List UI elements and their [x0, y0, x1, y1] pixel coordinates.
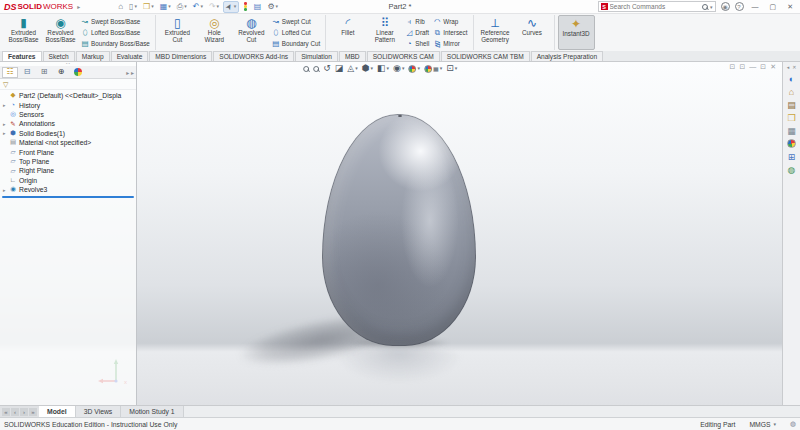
solidworks-forum-icon[interactable]: ◍: [785, 163, 799, 176]
open-button[interactable]: ❒▾: [141, 2, 156, 12]
dropdown-icon[interactable]: ▾: [455, 66, 458, 71]
new-dropdown-icon[interactable]: ▾: [134, 4, 137, 9]
tab-analysis-preparation[interactable]: Analysis Preparation: [531, 51, 603, 61]
wrap-button[interactable]: ◠Wrap: [433, 17, 467, 27]
search-commands-box[interactable]: S ▾: [598, 1, 716, 12]
tree-item-history[interactable]: ▸◔History: [0, 100, 136, 109]
tab-solidworks-add-ins[interactable]: SOLIDWORKS Add-Ins: [213, 51, 294, 61]
rib-button[interactable]: ⫞Rib: [405, 17, 429, 27]
unit-system-selector[interactable]: MMGS ▾: [749, 421, 776, 428]
tab-features[interactable]: Features: [2, 51, 42, 61]
tab-evaluate[interactable]: Evaluate: [111, 51, 149, 61]
tab-mbd[interactable]: MBD: [339, 51, 366, 61]
status-globe-icon[interactable]: ◍: [790, 420, 796, 428]
open-dropdown-icon[interactable]: ▾: [151, 4, 154, 9]
zoom-to-area-button[interactable]: [313, 66, 319, 72]
undo-dropdown-icon[interactable]: ▾: [200, 4, 203, 9]
units-dropdown-icon[interactable]: ▾: [774, 421, 777, 427]
file-properties-button[interactable]: ▤: [252, 2, 264, 12]
tab-3d-views[interactable]: 3D Views: [76, 406, 122, 417]
search-icon[interactable]: [702, 4, 708, 10]
apply-scene-button[interactable]: ▦▾: [424, 65, 442, 73]
tree-item-sensors[interactable]: ◎Sensors: [0, 110, 136, 119]
scroll-last-icon[interactable]: »: [29, 408, 37, 416]
minimize-button[interactable]: —: [749, 3, 762, 10]
maximize-button[interactable]: ▢: [767, 3, 780, 11]
tree-item-front-plane[interactable]: ▱Front Plane: [0, 147, 136, 156]
close-button[interactable]: ✕: [784, 3, 796, 11]
search-input[interactable]: [610, 3, 700, 10]
tab-simulation[interactable]: Simulation: [295, 51, 338, 61]
scroll-next-icon[interactable]: ›: [20, 408, 28, 416]
tree-item-origin[interactable]: ∟Origin: [0, 176, 136, 185]
options-button[interactable]: ⚙▾: [265, 2, 280, 12]
edit-appearance-button[interactable]: ▾: [408, 65, 420, 73]
dropdown-icon[interactable]: ▾: [402, 66, 405, 71]
window-close-icon[interactable]: ✕: [770, 63, 776, 71]
tab-motion-study-1[interactable]: Motion Study 1: [121, 406, 183, 417]
home-button[interactable]: ⌂: [116, 2, 125, 12]
boundary-cut-button[interactable]: ▤Boundary Cut: [272, 39, 321, 49]
new-document-button[interactable]: ▯▾: [127, 2, 139, 12]
linear-pattern-button[interactable]: ⠿ LinearPattern: [366, 15, 403, 50]
solidworks-resources-icon[interactable]: ⌂: [785, 85, 799, 98]
window-restore-icon[interactable]: ⊡: [760, 63, 766, 71]
tab-featuremanager-tree[interactable]: ☷: [2, 67, 18, 78]
tree-item-right-plane[interactable]: ▱Right Plane: [0, 166, 136, 175]
section-view-button[interactable]: ◪: [335, 64, 344, 73]
search-dropdown-icon[interactable]: ▾: [710, 4, 713, 10]
user-account-icon[interactable]: ◉: [721, 2, 730, 11]
tab-configurationmanager[interactable]: ⊞: [36, 67, 52, 78]
tab-markup[interactable]: Markup: [76, 51, 110, 61]
egg-revolve-model[interactable]: [322, 114, 476, 346]
tab-mbd-dimensions[interactable]: MBD Dimensions: [149, 51, 212, 61]
custom-properties-icon[interactable]: ⊞: [785, 150, 799, 163]
lofted-cut-button[interactable]: ⬯Lofted Cut: [272, 28, 321, 38]
menu-expand-icon[interactable]: ▸: [77, 3, 80, 10]
redo-button[interactable]: ↷▾: [207, 2, 221, 12]
3dexperience-icon[interactable]: ◐: [785, 72, 799, 85]
tab-solidworks-cam[interactable]: SOLIDWORKS CAM: [367, 51, 440, 61]
shell-button[interactable]: ◔Shell: [405, 39, 429, 49]
task-pane-collapse-icon[interactable]: ◂: [787, 64, 790, 70]
extruded-boss-base-button[interactable]: ▮ ExtrudedBoss/Base: [5, 15, 42, 50]
tree-item-revolve[interactable]: ▸◉Revolve3: [0, 185, 136, 194]
view-orientation-button[interactable]: ⬢▾: [362, 64, 373, 73]
redo-dropdown-icon[interactable]: ▾: [217, 4, 220, 9]
swept-cut-button[interactable]: ↝Swept Cut: [272, 17, 321, 27]
panel-tabs-overflow-icon[interactable]: ▸ ▸: [126, 69, 134, 76]
draft-button[interactable]: ◿Draft: [405, 28, 429, 38]
tab-propertymanager[interactable]: ⊟: [19, 67, 35, 78]
window-tile-icon[interactable]: ⊡: [739, 63, 745, 71]
undo-button[interactable]: ↶▾: [191, 2, 205, 12]
mirror-button[interactable]: ⧎Mirror: [433, 39, 467, 49]
view-settings-button[interactable]: ⊡▾: [446, 64, 457, 73]
tree-item-material[interactable]: ▤Material <not specified>: [0, 138, 136, 147]
reference-geometry-button[interactable]: ⟂ ReferenceGeometry: [477, 15, 514, 50]
dropdown-icon[interactable]: ▾: [417, 66, 420, 71]
select-button[interactable]: ➤▾: [223, 1, 239, 13]
zoom-to-fit-button[interactable]: [303, 66, 309, 72]
tab-model[interactable]: Model: [39, 406, 76, 417]
tab-displaymanager[interactable]: [70, 67, 86, 78]
save-dropdown-icon[interactable]: ▾: [168, 4, 171, 9]
file-explorer-icon[interactable]: ❒: [785, 111, 799, 124]
lofted-boss-base-button[interactable]: ⬯Lofted Boss/Base: [81, 28, 150, 38]
extruded-cut-button[interactable]: ▯ ExtrudedCut: [159, 15, 196, 50]
dropdown-icon[interactable]: ▾: [371, 66, 374, 71]
rebuild-button[interactable]: [241, 1, 250, 12]
fillet-button[interactable]: ◜ Fillet: [329, 15, 366, 50]
intersect-button[interactable]: ⧉Intersect: [433, 28, 467, 38]
print-dropdown-icon[interactable]: ▾: [184, 4, 187, 9]
options-dropdown-icon[interactable]: ▾: [276, 4, 279, 9]
dropdown-icon[interactable]: ▾: [387, 66, 390, 71]
swept-boss-base-button[interactable]: ↝Swept Boss/Base: [81, 17, 150, 27]
tree-item-top-plane[interactable]: ▱Top Plane: [0, 157, 136, 166]
view-palette-icon[interactable]: ▦: [785, 124, 799, 137]
tab-solidworks-cam-tbm[interactable]: SOLIDWORKS CAM TBM: [441, 51, 530, 61]
dropdown-icon[interactable]: ▾: [440, 66, 443, 71]
curves-button[interactable]: ∿ Curves: [514, 15, 551, 50]
window-minimize-icon[interactable]: —: [749, 63, 756, 71]
print-button[interactable]: ⎙▾: [175, 2, 189, 12]
tab-dimxpertmanager[interactable]: ⊕: [53, 67, 69, 78]
